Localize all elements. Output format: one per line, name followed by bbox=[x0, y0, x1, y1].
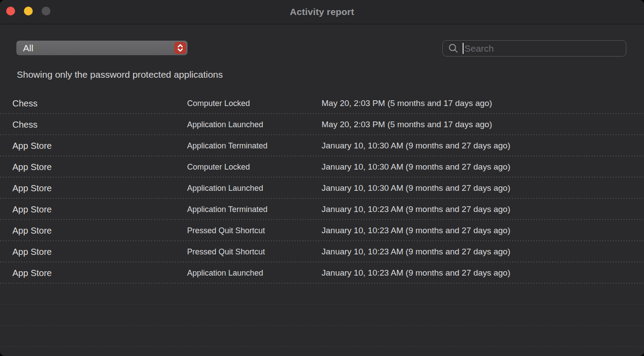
cell-event: Computer Locked bbox=[187, 163, 322, 172]
cell-event: Computer Locked bbox=[187, 99, 322, 108]
activity-report-window: Activity report All Showing only the pas… bbox=[0, 0, 644, 356]
filter-dropdown-value: All bbox=[16, 43, 174, 53]
cell-date: May 20, 2:03 PM (5 months and 17 days ag… bbox=[322, 98, 644, 108]
cell-date: January 10, 10:23 AM (9 months and 27 da… bbox=[322, 268, 644, 278]
cell-event: Application Launched bbox=[187, 269, 322, 278]
cell-date: January 10, 10:30 AM (9 months and 27 da… bbox=[322, 162, 644, 172]
search-field[interactable] bbox=[442, 40, 626, 57]
table-row[interactable]: Chess Computer Locked May 20, 2:03 PM (5… bbox=[0, 93, 644, 114]
table-row-empty bbox=[0, 326, 644, 347]
cell-date: January 10, 10:23 AM (9 months and 27 da… bbox=[322, 247, 644, 257]
cell-application: App Store bbox=[12, 162, 187, 172]
table-row[interactable]: App Store Computer Locked January 10, 10… bbox=[0, 156, 644, 178]
table-row-empty bbox=[0, 305, 644, 326]
search-icon bbox=[448, 43, 459, 54]
table-row-empty bbox=[0, 284, 644, 305]
cell-application: App Store bbox=[12, 205, 187, 215]
cell-event: Application Launched bbox=[187, 184, 322, 193]
window-title: Activity report bbox=[0, 0, 644, 24]
cell-event: Application Terminated bbox=[187, 205, 322, 214]
cell-application: App Store bbox=[12, 268, 187, 278]
search-input[interactable] bbox=[464, 43, 626, 54]
cell-application: App Store bbox=[12, 226, 187, 236]
filter-dropdown[interactable]: All bbox=[16, 41, 188, 55]
cell-date: January 10, 10:23 AM (9 months and 27 da… bbox=[322, 205, 644, 214]
table-row[interactable]: App Store Application Launched January 1… bbox=[0, 262, 644, 284]
cell-application: App Store bbox=[12, 247, 187, 257]
status-text: Showing only the password protected appl… bbox=[17, 69, 223, 80]
cell-event: Pressed Quit Shortcut bbox=[187, 247, 322, 257]
activity-table: Chess Computer Locked May 20, 2:03 PM (5… bbox=[0, 93, 644, 347]
cell-event: Pressed Quit Shortcut bbox=[187, 226, 322, 235]
table-row[interactable]: App Store Application Terminated January… bbox=[0, 135, 644, 156]
cell-date: May 20, 2:03 PM (5 months and 17 days ag… bbox=[322, 120, 644, 129]
cell-application: App Store bbox=[12, 141, 187, 151]
chevron-up-down-icon bbox=[174, 42, 186, 54]
cell-event: Application Terminated bbox=[187, 141, 322, 151]
cell-date: January 10, 10:30 AM (9 months and 27 da… bbox=[322, 183, 644, 193]
cell-application: App Store bbox=[12, 183, 187, 193]
cell-application: Chess bbox=[12, 98, 187, 109]
cell-date: January 10, 10:30 AM (9 months and 27 da… bbox=[322, 141, 644, 151]
table-row[interactable]: App Store Pressed Quit Shortcut January … bbox=[0, 220, 644, 241]
table-row[interactable]: App Store Application Terminated January… bbox=[0, 199, 644, 220]
cell-event: Application Launched bbox=[187, 120, 322, 129]
cell-date: January 10, 10:23 AM (9 months and 27 da… bbox=[322, 226, 644, 235]
titlebar: Activity report bbox=[0, 0, 644, 24]
table-row[interactable]: Chess Application Launched May 20, 2:03 … bbox=[0, 114, 644, 135]
table-row[interactable]: App Store Pressed Quit Shortcut January … bbox=[0, 241, 644, 262]
cell-application: Chess bbox=[12, 120, 187, 130]
table-row[interactable]: App Store Application Launched January 1… bbox=[0, 178, 644, 199]
